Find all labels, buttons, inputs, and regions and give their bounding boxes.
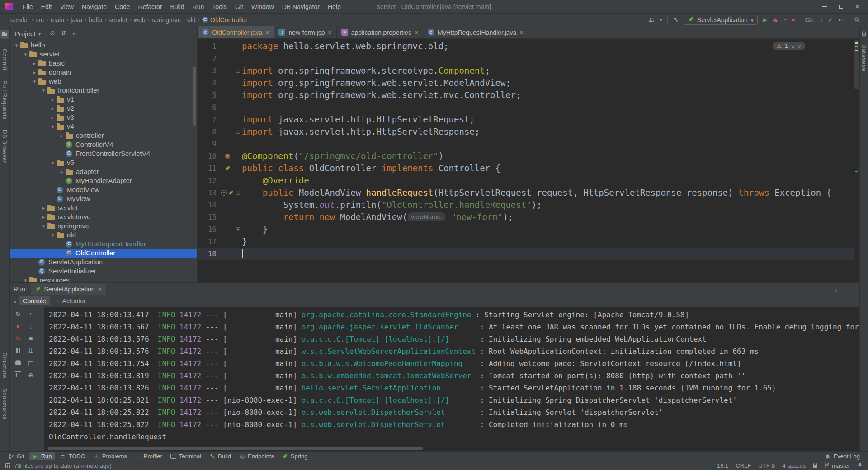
chevron-down-icon[interactable]: ▾ xyxy=(22,276,29,282)
line-number[interactable]: 11 xyxy=(198,162,221,174)
tree-item-frontcontrollerservletv4[interactable]: CFrontControllerServletV4 xyxy=(10,149,197,158)
tree-item-resources[interactable]: ▾resources xyxy=(10,276,197,282)
stop-button[interactable] xyxy=(792,17,795,23)
code-with-me-icon[interactable] xyxy=(648,17,655,23)
line-number[interactable]: 7 xyxy=(198,113,221,126)
tree-item-oldcontroller[interactable]: COldController xyxy=(10,249,197,258)
tree-item-v4[interactable]: ▾v4 xyxy=(10,122,197,131)
editor-line[interactable]: 16 } xyxy=(198,223,854,235)
tree-item-v3[interactable]: ▸v3 xyxy=(10,113,197,122)
close-icon[interactable]: × xyxy=(519,29,523,36)
tool-button-run[interactable]: Run xyxy=(29,452,56,460)
more-options-icon[interactable] xyxy=(82,29,89,38)
tree-item-basic[interactable]: ▸basic xyxy=(10,59,197,68)
notifications-bell-icon[interactable] xyxy=(857,462,863,469)
tool-button-terminal[interactable]: Terminal xyxy=(167,452,205,460)
chevron-down-icon[interactable]: ▾ xyxy=(13,41,20,50)
tree-item-modelview[interactable]: CModelView xyxy=(10,185,197,194)
pause-icon[interactable] xyxy=(13,345,24,356)
editor-line[interactable]: 8import javax.servlet.http.HttpServletRe… xyxy=(198,126,854,138)
menu-item-build[interactable]: Build xyxy=(166,2,188,12)
chevron-right-icon[interactable]: ▸ xyxy=(40,203,47,212)
editor-line[interactable]: 4import org.springframework.web.servlet.… xyxy=(198,77,854,89)
project-tool-button[interactable] xyxy=(0,30,9,39)
print-icon[interactable] xyxy=(13,357,24,368)
breadcrumb-item-servlet[interactable]: servlet xyxy=(9,16,30,24)
tree-item-myview[interactable]: CMyView xyxy=(10,194,197,203)
scroll-to-end-icon[interactable] xyxy=(25,345,36,356)
breadcrumb-item-old[interactable]: old xyxy=(186,16,197,24)
list-icon[interactable] xyxy=(25,357,36,368)
editor-line[interactable]: 5import org.springframework.web.servlet.… xyxy=(198,89,854,101)
line-number[interactable]: 1 xyxy=(198,40,221,52)
editor-line[interactable]: 14 System.out.println("OldController.han… xyxy=(198,199,854,211)
git-rollback-button[interactable] xyxy=(838,16,844,24)
editor-line[interactable]: 11public class OldController implements … xyxy=(198,162,854,174)
database-icon[interactable] xyxy=(861,31,867,38)
tree-item-myhttprequesthandler[interactable]: CMyHttpRequestHandler xyxy=(10,240,197,249)
editor-line[interactable]: 18 xyxy=(198,248,854,260)
console-output[interactable]: 2022-04-11 18:00:13.417 INFO 14172 --- [… xyxy=(44,307,859,451)
line-number[interactable]: 14 xyxy=(198,199,221,211)
run-tab[interactable]: ServletApplication × xyxy=(31,283,106,295)
close-icon[interactable]: × xyxy=(328,29,332,36)
override-method-icon[interactable] xyxy=(221,190,227,196)
stripe-structure[interactable]: Structure xyxy=(1,352,8,378)
tree-item-adapter[interactable]: ▸adapter xyxy=(10,167,197,176)
chevron-down-icon[interactable] xyxy=(14,297,17,305)
prev-occurrence-icon[interactable] xyxy=(25,309,36,320)
chevron-right-icon[interactable]: ▸ xyxy=(40,212,47,221)
tree-item-servlet[interactable]: ▸servlet xyxy=(10,203,197,212)
code-editor[interactable]: 1package hello.servlet.web.springmvc.old… xyxy=(198,39,854,282)
project-panel-title[interactable]: Project xyxy=(14,30,36,38)
chevron-down-icon[interactable]: ▾ xyxy=(49,230,57,240)
tool-button-build[interactable]: Build xyxy=(206,452,235,460)
tree-item-controller[interactable]: ▸controller xyxy=(10,131,197,140)
fold-marker-icon[interactable] xyxy=(236,227,240,231)
profile-button[interactable] xyxy=(783,16,787,23)
chevron-down-icon[interactable]: ▾ xyxy=(49,158,57,167)
build-hammer-icon[interactable] xyxy=(673,17,679,23)
readonly-lock-icon[interactable] xyxy=(813,465,817,468)
editor-line[interactable]: 13 public ModelAndView handleRequest(Htt… xyxy=(198,187,854,199)
tool-button-problems[interactable]: Problems xyxy=(90,452,131,460)
menu-item-window[interactable]: Window xyxy=(247,2,278,12)
stripe-pull-requests[interactable]: Pull Requests xyxy=(1,80,8,120)
tool-button-profiler[interactable]: Profiler xyxy=(132,452,166,460)
editor-line[interactable]: 15 return new ModelAndView(viewName: "ne… xyxy=(198,211,854,223)
close-icon[interactable]: × xyxy=(415,29,418,36)
stop-icon[interactable] xyxy=(13,321,24,332)
close-icon[interactable]: × xyxy=(265,29,269,36)
soft-wrap-icon[interactable] xyxy=(25,333,36,344)
collapse-all-icon[interactable] xyxy=(72,29,76,38)
tree-item-servletinitializer[interactable]: CServletInitializer xyxy=(10,267,197,276)
maximize-button[interactable] xyxy=(833,1,849,13)
editor-line[interactable]: 12 @Override xyxy=(198,174,854,187)
next-occurrence-icon[interactable] xyxy=(25,321,36,332)
breadcrumb-item-java[interactable]: java xyxy=(69,16,84,24)
tree-scrollbar[interactable] xyxy=(193,67,196,126)
stripe-db-browser[interactable]: DB Browser xyxy=(1,130,8,163)
line-number[interactable]: 2 xyxy=(198,52,221,65)
chevron-right-icon[interactable]: ▸ xyxy=(58,131,66,140)
inspections-widget[interactable]: 1 xyxy=(773,42,805,50)
editor-tab-application-properties[interactable]: ≡application.properties× xyxy=(337,26,423,38)
tool-window-switcher-icon[interactable] xyxy=(5,463,10,468)
tree-item-domain[interactable]: ▸domain xyxy=(10,68,197,77)
tree-item-servletmvc[interactable]: ▸servletmvc xyxy=(10,212,197,221)
breadcrumb-item-main[interactable]: main xyxy=(49,16,66,24)
chevron-down-icon[interactable]: ▾ xyxy=(49,122,57,131)
chevron-right-icon[interactable]: ▸ xyxy=(49,113,57,122)
run-view-tab-console[interactable]: Console xyxy=(19,296,50,306)
tool-button-git[interactable]: Git xyxy=(5,452,28,460)
editor-scrollbar[interactable] xyxy=(854,39,859,282)
git-commit-button[interactable] xyxy=(828,16,834,24)
pin-icon[interactable] xyxy=(25,370,36,381)
tool-button-todo[interactable]: TODO xyxy=(56,452,89,460)
file-encoding[interactable]: UTF-8 xyxy=(758,462,775,469)
stripe-database[interactable]: Database xyxy=(861,44,868,71)
fold-marker-icon[interactable] xyxy=(236,69,240,73)
chevron-down-icon[interactable]: ▾ xyxy=(22,50,29,59)
editor-line[interactable]: 7import javax.servlet.http.HttpServletRe… xyxy=(198,113,854,126)
chevron-down-icon[interactable] xyxy=(660,17,662,23)
